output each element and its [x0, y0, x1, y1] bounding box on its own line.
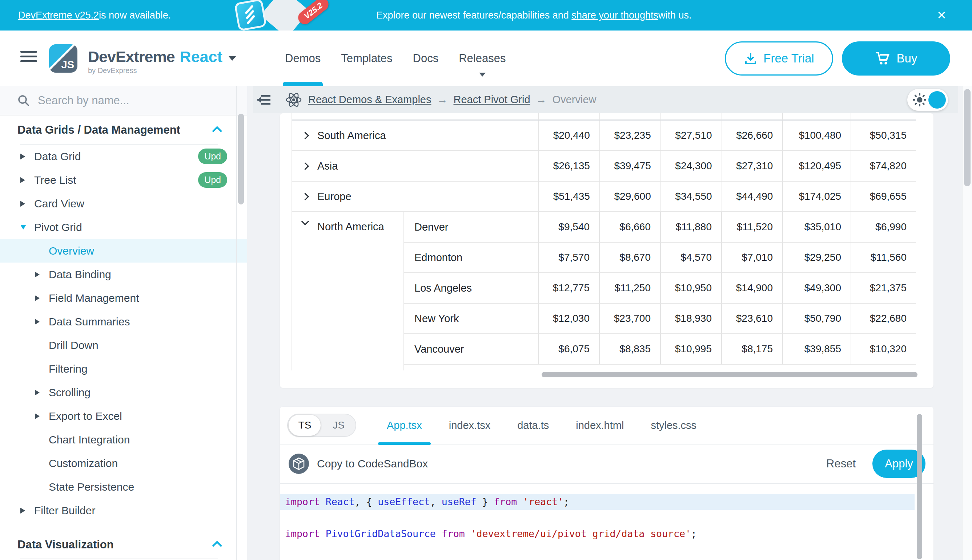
chevron-right-icon[interactable] — [35, 413, 40, 419]
free-trial-button[interactable]: Free Trial — [725, 42, 833, 75]
pivot-value-cell: $120,495 — [782, 151, 851, 181]
pivot-value-cell: $20,440 — [538, 120, 599, 150]
chevron-down-icon[interactable] — [228, 56, 236, 61]
theme-toggle[interactable] — [907, 89, 948, 111]
chevron-right-icon[interactable] — [20, 508, 25, 513]
nav-label: Templates — [341, 52, 392, 65]
lang-option-js[interactable]: JS — [322, 420, 356, 431]
pivot-region-cell: South America — [292, 120, 538, 150]
region-label: North America — [317, 221, 384, 233]
chevron-right-icon[interactable] — [35, 295, 40, 301]
pivot-value-cell: $27,310 — [721, 151, 783, 181]
chevron-right-icon[interactable] — [20, 153, 25, 160]
sidebar-scrollbar[interactable] — [238, 114, 244, 205]
pivot-value-cell: $100,480 — [782, 120, 851, 150]
search-input[interactable] — [38, 94, 212, 107]
tab-data-ts[interactable]: data.ts — [505, 407, 560, 444]
sidebar-item-tree-list[interactable]: Tree ListUpd — [0, 168, 247, 192]
nav-label: Docs — [413, 52, 439, 65]
region-label: Asia — [317, 160, 338, 172]
tab-index-html[interactable]: index.html — [564, 407, 636, 444]
sidebar-item-customization[interactable]: Customization — [0, 452, 247, 475]
chevron-right-icon[interactable] — [20, 177, 25, 183]
page-scrollbar[interactable] — [962, 86, 972, 560]
tab-styles-css[interactable]: styles.css — [639, 407, 708, 444]
chevron-right-icon[interactable] — [35, 319, 40, 325]
brand-block[interactable]: DevExtreme React by DevExpress — [88, 48, 236, 75]
pivot-value-cell: $11,880 — [660, 212, 721, 242]
chevron-right-icon[interactable] — [35, 390, 40, 395]
pivot-row-europe: Europe$51,435$29,600$34,550$44,490$174,0… — [291, 182, 916, 212]
sidebar-section-data-visualization[interactable]: Data Visualization — [0, 530, 247, 559]
sidebar-item-chart-integration[interactable]: Chart Integration — [0, 428, 247, 452]
sidebar-item-label: Chart Integration — [49, 433, 130, 446]
pivot-hscroll-thumb[interactable] — [542, 372, 917, 377]
reset-button[interactable]: Reset — [826, 457, 856, 470]
file-tabs: App.tsxindex.tsxdata.tsindex.htmlstyles.… — [375, 407, 712, 444]
sidebar-item-data-summaries[interactable]: Data Summaries — [0, 310, 247, 333]
sidebar-item-pivot-grid[interactable]: Pivot Grid — [0, 215, 247, 239]
code-token: ; — [564, 496, 569, 507]
nav-releases[interactable]: Releases — [448, 30, 516, 86]
expand-chevron-icon[interactable] — [301, 132, 309, 139]
page-scrollbar-thumb[interactable] — [964, 89, 970, 186]
expand-chevron-icon[interactable] — [301, 192, 309, 200]
lang-toggle[interactable]: TS JS — [287, 413, 356, 437]
collapse-sidebar-icon[interactable] — [253, 86, 275, 113]
sidebar-item-export-to-excel[interactable]: Export to Excel — [0, 404, 247, 428]
copy-to-codesandbox-button[interactable]: Copy to CodeSandBox — [289, 453, 428, 474]
sidebar-item-field-management[interactable]: Field Management — [0, 286, 247, 310]
pivot-row-los-angeles: Los Angeles$12,775$11,250$10,950$14,900$… — [404, 273, 916, 303]
close-icon[interactable]: ✕ — [937, 0, 947, 30]
sidebar-item-overview[interactable]: Overview — [0, 239, 247, 263]
collapse-chevron-icon[interactable] — [301, 218, 309, 225]
tab-index-tsx[interactable]: index.tsx — [437, 407, 502, 444]
sidebar-item-drill-down[interactable]: Drill Down — [0, 333, 247, 357]
code-scrollbar[interactable] — [917, 414, 922, 559]
breadcrumb-link[interactable]: React Demos & Examples — [308, 94, 431, 106]
pivot-grid: South America$20,440$23,235$27,510$26,66… — [291, 113, 916, 381]
nav-demos[interactable]: Demos — [275, 30, 331, 86]
sidebar-item-filtering[interactable]: Filtering — [0, 357, 247, 381]
chevron-right-icon[interactable] — [35, 272, 40, 277]
devextreme-logo[interactable]: JS — [49, 44, 77, 73]
pivot-region-cell: Europe — [292, 182, 538, 212]
theme-toggle-knob[interactable] — [929, 91, 946, 108]
menu-icon[interactable] — [20, 51, 37, 65]
sidebar-item-data-grid[interactable]: Data GridUpd — [0, 145, 247, 168]
chevron-right-icon[interactable] — [20, 201, 25, 207]
lang-option-ts[interactable]: TS — [288, 420, 322, 431]
chevron-down-icon[interactable] — [20, 225, 26, 230]
sidebar-item-label: State Persistence — [49, 481, 134, 493]
sidebar-item-data-binding[interactable]: Data Binding — [0, 263, 247, 286]
code-token: ; — [691, 528, 697, 539]
buy-button[interactable]: Buy — [842, 42, 950, 75]
sidebar-item-label: Data Binding — [49, 268, 111, 281]
pivot-city-cell: Denver — [404, 212, 538, 242]
code-editor[interactable]: import React, { useEffect, useRef } from… — [280, 484, 934, 560]
nav-docs[interactable]: Docs — [403, 30, 449, 86]
chevron-up-icon[interactable] — [212, 541, 222, 551]
sidebar-item-scrolling[interactable]: Scrolling — [0, 381, 247, 404]
sidebar-item-state-persistence[interactable]: State Persistence — [0, 475, 247, 498]
pivot-value-cell: $51,435 — [538, 182, 599, 212]
sidebar-item-card-view[interactable]: Card View — [0, 192, 247, 215]
platform-name: React — [180, 48, 223, 66]
version-link[interactable]: DevExtreme v25.2 — [18, 10, 99, 21]
sidebar-item-filter-builder[interactable]: Filter Builder — [0, 498, 247, 522]
share-thoughts-link[interactable]: share your thoughts — [571, 10, 658, 21]
expand-chevron-icon[interactable] — [301, 162, 309, 170]
pivot-value-cell: $10,995 — [660, 334, 721, 364]
chevron-up-icon[interactable] — [212, 126, 222, 136]
pivot-row-denver: Denver$9,540$6,660$11,880$11,520$35,010$… — [404, 212, 916, 243]
nav-templates[interactable]: Templates — [331, 30, 402, 86]
pivot-value-cell: $14,900 — [721, 273, 782, 303]
sidebar-section-data-grids-data-management[interactable]: Data Grids / Data Management — [0, 115, 247, 145]
cart-icon — [875, 51, 890, 66]
code-token: from — [442, 528, 465, 539]
breadcrumb-link[interactable]: React Pivot Grid — [453, 94, 530, 106]
pivot-group-north-america: North AmericaDenver$9,540$6,660$11,880$1… — [291, 212, 916, 370]
tab-app-tsx[interactable]: App.tsx — [375, 407, 434, 444]
section-label: Data Visualization — [17, 538, 114, 551]
code-token: 'devextreme/ui/pivot_grid/data_source' — [471, 528, 691, 539]
